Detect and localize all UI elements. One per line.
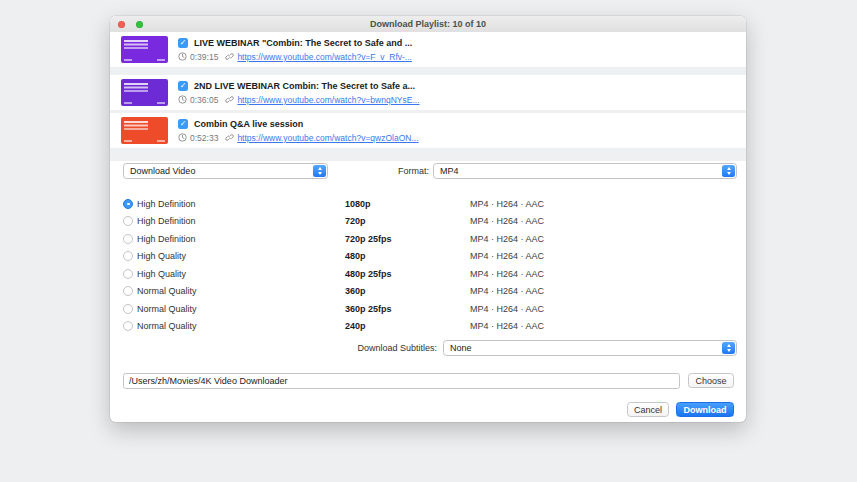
quality-row[interactable]: High Definition 1080p MP4 · H264 · AAC [110, 195, 746, 213]
quality-resolution: 720p [345, 216, 470, 226]
clock-icon [178, 52, 187, 61]
video-meta: ✓ LIVE WEBINAR "Combin: The Secret to Sa… [178, 38, 412, 62]
quality-label: High Definition [137, 199, 345, 209]
quality-list: High Definition 1080p MP4 · H264 · AAC H… [110, 195, 746, 335]
video-checkbox[interactable]: ✓ [178, 38, 188, 48]
quality-resolution: 480p [345, 251, 470, 261]
quality-row[interactable]: Normal Quality 360p 25fps MP4 · H264 · A… [110, 300, 746, 318]
link-icon [225, 133, 234, 142]
video-meta: ✓ 2ND LIVE WEBINAR Combin: The Secret to… [178, 81, 420, 105]
quality-codec: MP4 · H264 · AAC [470, 234, 746, 244]
quality-label: High Quality [137, 269, 345, 279]
video-row[interactable]: ✓ LIVE WEBINAR "Combin: The Secret to Sa… [110, 32, 746, 67]
quality-radio[interactable] [123, 321, 133, 331]
quality-resolution: 240p [345, 321, 470, 331]
quality-codec: MP4 · H264 · AAC [470, 251, 746, 261]
download-button[interactable]: Download [676, 402, 734, 417]
video-meta: ✓ Combin Q&A live session 0:52:33 https:… [178, 119, 419, 143]
stepper-arrows-icon [722, 342, 735, 354]
video-duration: 0:52:33 [190, 133, 218, 143]
quality-codec: MP4 · H264 · AAC [470, 216, 746, 226]
quality-radio[interactable] [123, 199, 133, 209]
quality-label: Normal Quality [137, 286, 345, 296]
quality-label: High Definition [137, 216, 345, 226]
video-checkbox[interactable]: ✓ [178, 81, 188, 91]
dialog-window: Download Playlist: 10 of 10 ✓ LIVE WEBIN… [110, 16, 746, 422]
quality-radio[interactable] [123, 216, 133, 226]
clock-icon [178, 95, 187, 104]
subtitles-select[interactable]: None [443, 340, 737, 356]
quality-label: Normal Quality [137, 304, 345, 314]
subtitles-value: None [444, 341, 736, 355]
quality-radio[interactable] [123, 269, 133, 279]
quality-row[interactable]: Normal Quality 240p MP4 · H264 · AAC [110, 318, 746, 336]
quality-resolution: 360p 25fps [345, 304, 470, 314]
quality-resolution: 720p 25fps [345, 234, 470, 244]
video-row[interactable]: ✓ Combin Q&A live session 0:52:33 https:… [110, 113, 746, 148]
quality-row[interactable]: Normal Quality 360p MP4 · H264 · AAC [110, 283, 746, 301]
quality-codec: MP4 · H264 · AAC [470, 199, 746, 209]
video-thumbnail [121, 117, 168, 144]
format-label: Format: [398, 166, 429, 176]
quality-resolution: 360p [345, 286, 470, 296]
video-duration: 0:39:15 [190, 52, 218, 62]
video-row[interactable]: ✓ 2ND LIVE WEBINAR Combin: The Secret to… [110, 75, 746, 110]
video-url-link[interactable]: https://www.youtube.com/watch?v=qwzOlaON… [237, 133, 418, 143]
quality-radio[interactable] [123, 286, 133, 296]
quality-resolution: 480p 25fps [345, 269, 470, 279]
choose-button[interactable]: Choose [688, 373, 734, 388]
quality-codec: MP4 · H264 · AAC [470, 304, 746, 314]
video-thumbnail [121, 36, 168, 63]
video-title: Combin Q&A live session [194, 119, 303, 129]
quality-radio[interactable] [123, 234, 133, 244]
video-url-link[interactable]: https://www.youtube.com/watch?v=F_v_Rfv-… [237, 52, 412, 62]
video-duration: 0:36:05 [190, 95, 218, 105]
video-thumbnail [121, 79, 168, 106]
screen-background: Download Playlist: 10 of 10 ✓ LIVE WEBIN… [0, 0, 857, 482]
video-title: LIVE WEBINAR "Combin: The Secret to Safe… [194, 38, 412, 48]
download-mode-value: Download Video [124, 164, 327, 178]
window-title: Download Playlist: 10 of 10 [110, 16, 746, 32]
format-value: MP4 [434, 164, 736, 178]
quality-label: High Definition [137, 234, 345, 244]
video-title: 2ND LIVE WEBINAR Combin: The Secret to S… [194, 81, 415, 91]
video-checkbox[interactable]: ✓ [178, 119, 188, 129]
quality-row[interactable]: High Quality 480p 25fps MP4 · H264 · AAC [110, 265, 746, 283]
clock-icon [178, 133, 187, 142]
quality-codec: MP4 · H264 · AAC [470, 321, 746, 331]
quality-radio[interactable] [123, 304, 133, 314]
quality-codec: MP4 · H264 · AAC [470, 286, 746, 296]
quality-resolution: 1080p [345, 199, 470, 209]
quality-row[interactable]: High Definition 720p MP4 · H264 · AAC [110, 213, 746, 231]
cancel-button[interactable]: Cancel [627, 402, 669, 417]
subtitles-label: Download Subtitles: [357, 343, 437, 353]
link-icon [225, 52, 234, 61]
quality-row[interactable]: High Quality 480p MP4 · H264 · AAC [110, 248, 746, 266]
quality-label: Normal Quality [137, 321, 345, 331]
quality-label: High Quality [137, 251, 345, 261]
link-icon [225, 95, 234, 104]
quality-row[interactable]: High Definition 720p 25fps MP4 · H264 · … [110, 230, 746, 248]
video-url-link[interactable]: https://www.youtube.com/watch?v=bwnqNYsE… [237, 95, 419, 105]
titlebar[interactable]: Download Playlist: 10 of 10 [110, 16, 746, 33]
stepper-arrows-icon [313, 165, 326, 177]
destination-path-input[interactable] [123, 373, 680, 389]
quality-codec: MP4 · H264 · AAC [470, 269, 746, 279]
download-mode-select[interactable]: Download Video [123, 163, 328, 179]
stepper-arrows-icon [722, 165, 735, 177]
format-select[interactable]: MP4 [433, 163, 737, 179]
quality-radio[interactable] [123, 251, 133, 261]
